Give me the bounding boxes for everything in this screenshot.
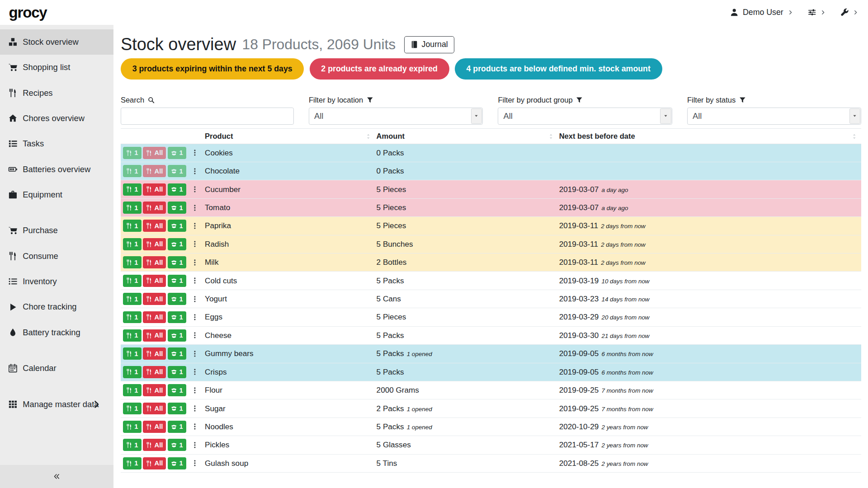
sidebar-item-calendar[interactable]: Calendar — [0, 356, 113, 381]
consume-one-button[interactable]: 1 — [123, 256, 142, 268]
row-menu-button[interactable] — [191, 275, 199, 287]
consume-one-button[interactable]: 1 — [123, 311, 142, 324]
settings-menu[interactable] — [808, 8, 826, 16]
consume-one-button[interactable]: 1 — [123, 403, 142, 415]
consume-one-button[interactable]: 1 — [123, 329, 142, 342]
row-menu-button[interactable] — [191, 329, 199, 342]
sidebar-item-shopping-list[interactable]: Shopping list — [0, 55, 113, 80]
consume-all-button[interactable]: All — [143, 220, 166, 232]
sidebar-item-equipment[interactable]: Equipment — [0, 182, 113, 207]
consume-one-button[interactable]: 1 — [123, 293, 142, 305]
row-menu-button[interactable] — [191, 202, 199, 214]
product-group-select[interactable]: All — [498, 108, 672, 125]
admin-menu[interactable] — [840, 8, 858, 16]
row-menu-button[interactable] — [191, 384, 199, 396]
consume-all-button[interactable]: All — [143, 202, 166, 214]
sidebar-item-consume[interactable]: Consume — [0, 244, 113, 269]
row-menu-button[interactable] — [191, 238, 199, 250]
consume-one-button[interactable]: 1 — [123, 457, 142, 469]
open-one-button[interactable]: 1 — [168, 256, 186, 268]
sidebar-item-tasks[interactable]: Tasks — [0, 131, 113, 156]
open-one-button[interactable]: 1 — [168, 311, 186, 324]
row-menu-button[interactable] — [191, 183, 199, 196]
open-one-button[interactable]: 1 — [168, 202, 186, 214]
bbd-column-header[interactable]: Next best before date — [558, 129, 861, 144]
consume-one-button[interactable]: 1 — [123, 275, 142, 287]
consume-one-button[interactable]: 1 — [123, 439, 142, 451]
sidebar-item-manage-master-data[interactable]: Manage master data — [0, 392, 113, 417]
open-one-button[interactable]: 1 — [168, 183, 186, 196]
row-menu-button[interactable] — [191, 220, 199, 232]
consume-one-button[interactable]: 1 — [123, 384, 142, 396]
consume-one-button[interactable]: 1 — [123, 183, 142, 196]
consume-all-button[interactable]: All — [143, 147, 166, 159]
row-menu-button[interactable] — [191, 421, 199, 433]
amount-column-header[interactable]: Amount — [375, 129, 558, 144]
consume-all-button[interactable]: All — [143, 256, 166, 268]
open-one-button[interactable]: 1 — [168, 165, 186, 177]
consume-one-button[interactable]: 1 — [123, 238, 142, 250]
consume-all-button[interactable]: All — [143, 403, 166, 415]
sidebar-item-batteries-overview[interactable]: Batteries overview — [0, 156, 113, 182]
consume-one-button[interactable]: 1 — [123, 347, 142, 360]
sidebar-item-purchase[interactable]: Purchase — [0, 218, 113, 243]
sidebar-item-battery-tracking[interactable]: Battery tracking — [0, 320, 113, 345]
open-one-button[interactable]: 1 — [168, 329, 186, 342]
consume-all-button[interactable]: All — [143, 347, 166, 360]
journal-button[interactable]: Journal — [404, 36, 455, 53]
consume-all-button[interactable]: All — [143, 421, 166, 433]
row-menu-button[interactable] — [191, 366, 199, 378]
search-input[interactable] — [121, 108, 294, 125]
consume-one-button[interactable]: 1 — [123, 165, 142, 177]
consume-one-button[interactable]: 1 — [123, 366, 142, 378]
open-one-button[interactable]: 1 — [168, 439, 186, 451]
open-one-button[interactable]: 1 — [168, 147, 186, 159]
sort-icon[interactable] — [548, 133, 554, 139]
consume-all-button[interactable]: All — [143, 311, 166, 324]
user-menu[interactable]: Demo User — [730, 8, 793, 17]
sidebar-item-chores-overview[interactable]: Chores overview — [0, 106, 113, 131]
consume-one-button[interactable]: 1 — [123, 421, 142, 433]
status-select[interactable]: All — [687, 108, 861, 125]
row-menu-button[interactable] — [191, 311, 199, 324]
open-one-button[interactable]: 1 — [168, 403, 186, 415]
consume-all-button[interactable]: All — [143, 183, 166, 196]
sort-icon[interactable] — [851, 133, 857, 139]
sidebar-item-chore-tracking[interactable]: Chore tracking — [0, 294, 113, 319]
sidebar-item-recipes[interactable]: Recipes — [0, 80, 113, 106]
consume-all-button[interactable]: All — [143, 275, 166, 287]
app-logo[interactable]: grocy — [9, 4, 47, 21]
row-menu-button[interactable] — [191, 457, 199, 469]
row-menu-button[interactable] — [191, 403, 199, 415]
consume-one-button[interactable]: 1 — [123, 202, 142, 214]
row-menu-button[interactable] — [191, 147, 199, 159]
sort-icon[interactable] — [365, 133, 371, 139]
consume-one-button[interactable]: 1 — [123, 147, 142, 159]
location-select[interactable]: All — [309, 108, 483, 125]
open-one-button[interactable]: 1 — [168, 384, 186, 396]
row-menu-button[interactable] — [191, 347, 199, 360]
alert-pill-3[interactable]: 4 products are below defined min. stock … — [455, 58, 662, 80]
sidebar-collapse-button[interactable] — [0, 465, 113, 488]
row-menu-button[interactable] — [191, 439, 199, 451]
open-one-button[interactable]: 1 — [168, 457, 186, 469]
consume-all-button[interactable]: All — [143, 384, 166, 396]
consume-all-button[interactable]: All — [143, 329, 166, 342]
consume-one-button[interactable]: 1 — [123, 220, 142, 232]
consume-all-button[interactable]: All — [143, 293, 166, 305]
sidebar-item-inventory[interactable]: Inventory — [0, 269, 113, 294]
consume-all-button[interactable]: All — [143, 238, 166, 250]
row-menu-button[interactable] — [191, 293, 199, 305]
alert-pill-2[interactable]: 2 products are already expired — [310, 58, 449, 80]
open-one-button[interactable]: 1 — [168, 421, 186, 433]
consume-all-button[interactable]: All — [143, 165, 166, 177]
open-one-button[interactable]: 1 — [168, 366, 186, 378]
open-one-button[interactable]: 1 — [168, 238, 186, 250]
open-one-button[interactable]: 1 — [168, 347, 186, 360]
open-one-button[interactable]: 1 — [168, 275, 186, 287]
alert-pill-1[interactable]: 3 products expiring within the next 5 da… — [121, 58, 304, 80]
consume-all-button[interactable]: All — [143, 366, 166, 378]
row-menu-button[interactable] — [191, 256, 199, 268]
open-one-button[interactable]: 1 — [168, 293, 186, 305]
open-one-button[interactable]: 1 — [168, 220, 186, 232]
